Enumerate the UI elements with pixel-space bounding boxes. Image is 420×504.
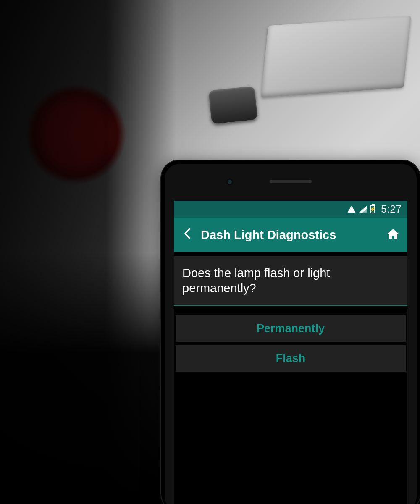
battery-charging-icon: ⚡ — [370, 205, 375, 213]
option-flash[interactable]: Flash — [176, 345, 406, 372]
status-time: 5:27 — [381, 203, 402, 215]
phone-bezel: ⚡ 5:27 Dash Light Diagnostics Does the l — [165, 164, 417, 504]
chevron-left-icon — [184, 228, 191, 239]
app-bar: Dash Light Diagnostics — [174, 218, 407, 252]
phone-device-frame: ⚡ 5:27 Dash Light Diagnostics Does the l — [160, 160, 420, 504]
diagnostic-question: Does the lamp flash or light permanently… — [174, 256, 407, 306]
answer-options: Permanently Flash — [174, 306, 407, 372]
home-button[interactable] — [383, 228, 400, 242]
home-icon — [386, 228, 400, 240]
phone-screen: ⚡ 5:27 Dash Light Diagnostics Does the l — [174, 201, 407, 504]
car-off-button-shape — [208, 86, 258, 124]
content-area: Does the lamp flash or light permanently… — [174, 256, 407, 372]
app-title: Dash Light Diagnostics — [193, 228, 383, 242]
wifi-icon — [347, 206, 356, 213]
back-button[interactable] — [181, 228, 193, 242]
front-camera-dot — [228, 180, 232, 184]
option-permanently[interactable]: Permanently — [176, 315, 406, 342]
status-bar: ⚡ 5:27 — [174, 201, 407, 218]
earpiece-speaker — [270, 180, 312, 183]
glovebox-shape — [261, 16, 411, 97]
cellular-signal-icon — [359, 206, 367, 213]
